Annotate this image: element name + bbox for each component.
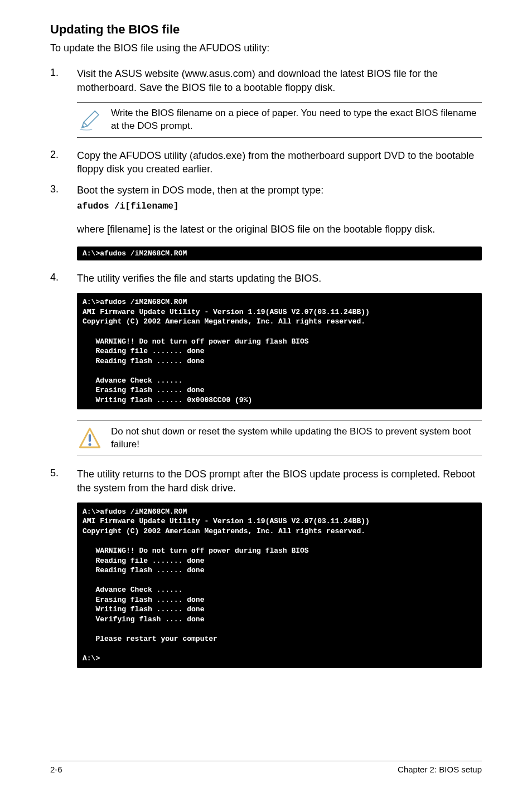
svg-rect-0 [88,434,90,442]
intro-text: To update the BIOS file using the AFUDOS… [50,41,482,55]
note-text: Write the BIOS filename on a piece of pa… [111,107,482,133]
step-body: Copy the AFUDOS utility (afudos.exe) fro… [77,149,482,176]
step-text: Boot the system in DOS mode, then at the… [77,185,323,196]
svg-point-1 [88,443,91,446]
document-page: Updating the BIOS file To update the BIO… [0,0,532,802]
section-heading: Updating the BIOS file [50,22,482,37]
step-body: The utility verifies the file and starts… [77,272,482,285]
step-body: Visit the ASUS website (www.asus.com) an… [77,67,482,94]
info-note: Write the BIOS filename on a piece of pa… [77,102,482,138]
step-body: The utility returns to the DOS prompt af… [77,467,482,495]
terminal-block-2: A:\>afudos /iM2N68CM.ROM AMI Firmware Up… [77,293,482,409]
caution-icon [77,427,102,450]
chapter-label: Chapter 2: BIOS setup [398,765,482,774]
pencil-icon [77,108,102,132]
step-5: 5. The utility returns to the DOS prompt… [50,467,482,495]
step-3: 3. Boot the system in DOS mode, then at … [50,183,482,212]
note-text: Do not shut down or reset the system whi… [111,426,482,451]
step-3-note: where [filename] is the latest or the or… [77,223,482,236]
step-number: 4. [50,272,77,285]
step-body: Boot the system in DOS mode, then at the… [77,183,482,212]
step-number: 5. [50,467,77,495]
command-text: afudos /i[filename] [77,201,482,213]
page-number: 2-6 [50,765,62,774]
page-footer: 2-6 Chapter 2: BIOS setup [50,761,482,774]
step-2: 2. Copy the AFUDOS utility (afudos.exe) … [50,149,482,176]
terminal-block-3: A:\>afudos /iM2N68CM.ROM AMI Firmware Up… [77,503,482,668]
step-4: 4. The utility verifies the file and sta… [50,272,482,285]
step-number: 3. [50,183,77,212]
terminal-block-1: A:\>afudos /iM2N68CM.ROM [77,247,482,261]
step-1: 1. Visit the ASUS website (www.asus.com)… [50,67,482,94]
step-number: 1. [50,67,77,94]
step-number: 2. [50,149,77,176]
caution-note: Do not shut down or reset the system whi… [77,421,482,456]
